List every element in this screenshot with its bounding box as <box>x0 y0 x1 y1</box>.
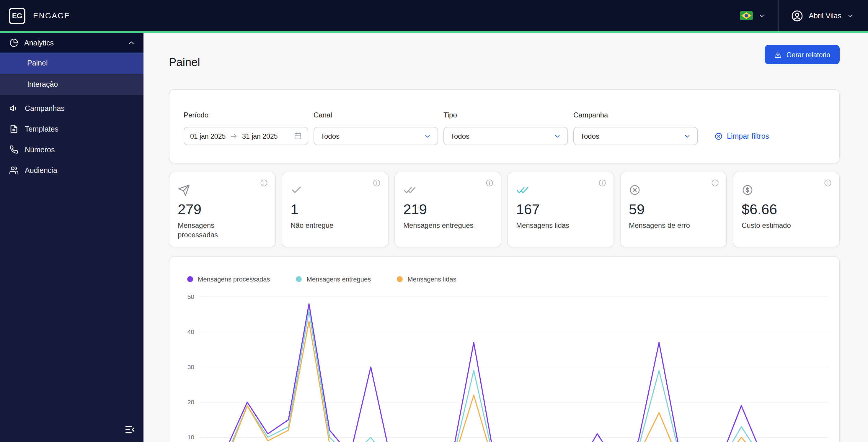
stat-label: Custo estimado <box>742 221 816 230</box>
series-processadas <box>206 304 824 442</box>
series-lidas <box>206 321 824 442</box>
y-axis-tick: 50 <box>187 293 194 300</box>
double-check-icon <box>403 184 492 197</box>
info-icon[interactable] <box>711 179 719 187</box>
stat-label: Mensagens de erro <box>629 221 703 230</box>
legend-item-lidas[interactable]: Mensagens lidas <box>397 276 456 283</box>
select-value: Todos <box>321 132 340 140</box>
check-icon <box>290 184 380 197</box>
stat-value: $6.66 <box>742 201 831 218</box>
megaphone-icon <box>9 104 18 113</box>
date-range-input[interactable]: 01 jan 2025 31 jan 2025 <box>184 127 308 145</box>
calendar-icon <box>294 132 302 140</box>
sidebar-item-label: Audiencia <box>25 166 57 174</box>
chevron-up-icon <box>128 39 135 46</box>
channel-select[interactable]: Todos <box>314 127 438 145</box>
topbar: EG ENGAGE <box>0 0 868 31</box>
stat-label: Mensagens processadas <box>178 221 252 240</box>
legend-dot <box>397 276 403 282</box>
dollar-circle-icon <box>742 184 831 197</box>
app: EG ENGAGE <box>0 0 868 442</box>
user-name: Abril Vilas <box>809 11 841 20</box>
phone-icon <box>9 145 18 154</box>
sidebar-item-templates[interactable]: Templates <box>0 118 144 139</box>
stat-value: 59 <box>629 201 718 218</box>
sidebar-item-analytics[interactable]: Analytics <box>0 33 144 53</box>
sidebar-item-painel[interactable]: Painel <box>0 53 144 74</box>
filter-type: Tipo Todos <box>443 111 568 145</box>
y-axis-tick: 40 <box>187 329 194 335</box>
document-icon <box>9 125 18 133</box>
select-value: Todos <box>451 132 469 140</box>
sidebar-item-audiencia[interactable]: Audiencia <box>0 160 144 180</box>
app-logo: EG <box>9 7 25 24</box>
stat-value: 167 <box>516 201 605 218</box>
legend-label: Mensagens lidas <box>407 276 456 283</box>
line-chart: 1020304050 <box>179 291 830 442</box>
date-start: 01 jan 2025 <box>190 133 225 140</box>
chevron-down-icon <box>758 12 765 19</box>
filter-label: Período <box>184 111 308 119</box>
legend-label: Mensagens processadas <box>198 276 270 283</box>
users-icon <box>9 166 18 175</box>
user-menu[interactable]: Abril Vilas <box>779 0 868 31</box>
download-icon <box>774 51 782 59</box>
stat-label: Mensagens lidas <box>516 221 590 230</box>
chevron-down-icon <box>424 133 431 140</box>
chevron-down-icon <box>554 133 561 140</box>
info-icon[interactable] <box>260 179 268 187</box>
filter-label: Campanha <box>574 111 698 119</box>
info-icon[interactable] <box>373 179 381 187</box>
legend-item-processadas[interactable]: Mensagens processadas <box>187 276 270 283</box>
brazil-flag-icon <box>740 11 752 20</box>
stat-label: Mensagens entregues <box>403 221 478 230</box>
sidebar-item-label: Painel <box>27 59 48 67</box>
filter-channel: Canal Todos <box>314 111 438 145</box>
chevron-down-icon <box>847 12 854 19</box>
clear-filters-link[interactable]: Limpar filtros <box>714 127 769 145</box>
stat-card-processadas: 279 Mensagens processadas <box>169 172 276 247</box>
y-axis-tick: 10 <box>187 434 194 441</box>
sidebar-item-interacao[interactable]: Interação <box>0 74 144 95</box>
sidebar-collapse-icon[interactable] <box>125 424 135 435</box>
stat-card-custo: $6.66 Custo estimado <box>733 172 840 247</box>
arrow-right-icon <box>230 133 237 139</box>
sidebar-item-label: Analytics <box>24 39 54 47</box>
chevron-down-icon <box>684 133 691 140</box>
topbar-right: Abril Vilas <box>726 0 868 31</box>
clear-circle-icon <box>714 132 723 140</box>
stat-card-entregues: 219 Mensagens entregues <box>395 172 501 247</box>
sidebar-item-label: Campanhas <box>25 104 65 112</box>
main-content: Gerar relatorio Painel Período 01 jan 20… <box>144 33 868 442</box>
info-icon[interactable] <box>485 179 494 187</box>
info-icon[interactable] <box>598 179 607 187</box>
campaign-select[interactable]: Todos <box>574 127 698 145</box>
filter-label: Tipo <box>443 111 568 119</box>
info-icon[interactable] <box>824 179 832 187</box>
y-axis-tick: 20 <box>187 399 194 405</box>
filter-label: Canal <box>314 111 438 119</box>
chart-legend: Mensagens processadasMensagens entregues… <box>179 276 830 283</box>
sidebar: Analytics Painel Interação Campanhas <box>0 33 144 442</box>
sidebar-item-campanhas[interactable]: Campanhas <box>0 98 144 118</box>
stat-value: 279 <box>178 201 267 218</box>
clear-filters-label: Limpar filtros <box>727 132 769 140</box>
send-icon <box>178 184 267 197</box>
type-select[interactable]: Todos <box>443 127 568 145</box>
stat-value: 1 <box>290 201 380 218</box>
filter-campaign: Campanha Todos <box>574 111 698 145</box>
stat-card-nao-entregue: 1 Não entregue <box>282 172 389 247</box>
chart-card: Mensagens processadasMensagens entregues… <box>169 256 840 442</box>
stat-label: Não entregue <box>290 221 365 230</box>
sidebar-item-numeros[interactable]: Números <box>0 139 144 160</box>
generate-report-button[interactable]: Gerar relatorio <box>765 45 840 64</box>
user-avatar-icon <box>790 9 803 22</box>
legend-dot <box>296 276 302 282</box>
language-selector[interactable] <box>726 0 778 31</box>
select-value: Todos <box>581 132 599 140</box>
sidebar-item-label: Números <box>25 145 55 154</box>
date-end: 31 jan 2025 <box>242 133 278 140</box>
stats-row: 279 Mensagens processadas 1 Não entregue <box>169 172 840 247</box>
legend-item-entregues[interactable]: Mensagens entregues <box>296 276 371 283</box>
sidebar-item-label: Templates <box>25 125 58 133</box>
